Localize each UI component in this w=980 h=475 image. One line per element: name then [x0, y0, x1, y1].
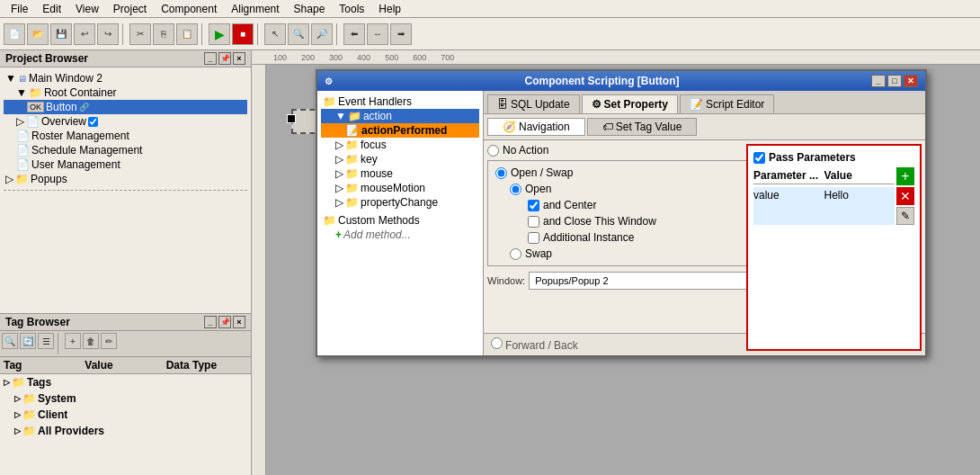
tree-button[interactable]: OK Button 🔗: [4, 100, 247, 114]
tb-new[interactable]: 📄: [4, 23, 25, 45]
tab-label: Set Property: [604, 98, 668, 111]
swap-radio[interactable]: [510, 248, 521, 260]
tag-row-system[interactable]: ▷ 📁 System: [0, 390, 251, 407]
tb-select[interactable]: ↖: [264, 23, 286, 45]
tag-pin-btn[interactable]: 📌: [218, 316, 231, 328]
tb-align-center[interactable]: ↔: [367, 23, 388, 45]
tb-undo[interactable]: ↩: [74, 23, 95, 45]
tree-root-container[interactable]: ▼ 📁 Root Container: [4, 85, 247, 100]
dialog-minimize-btn[interactable]: _: [871, 75, 886, 87]
additional-instance-check[interactable]: [528, 232, 539, 244]
tab-script-editor[interactable]: 📝 Script Editor: [680, 94, 774, 113]
ruler-600: 600: [405, 53, 433, 62]
close-btn[interactable]: ×: [233, 52, 245, 65]
tb-paste[interactable]: 📋: [176, 23, 198, 45]
event-action-performed[interactable]: 📝 actionPerformed: [321, 123, 479, 138]
pin-btn[interactable]: 📌: [218, 52, 231, 65]
menu-edit[interactable]: Edit: [35, 1, 68, 17]
open-radio[interactable]: [510, 184, 521, 195]
expand-icon: ▼: [5, 72, 16, 85]
event-handlers-root[interactable]: 📁 Event Handlers: [321, 94, 479, 109]
col-datatype: Data Type: [166, 359, 247, 372]
tag-delete-btn[interactable]: 🗑: [83, 333, 99, 349]
menu-alignment[interactable]: Alignment: [224, 1, 286, 17]
tab-set-property[interactable]: ⚙ Set Property: [582, 94, 678, 113]
delete-param-btn[interactable]: ✕: [896, 187, 914, 205]
menu-tools[interactable]: Tools: [332, 1, 371, 17]
overview-check[interactable]: [88, 117, 98, 127]
left-panel: Project Browser _ 📌 × ▼ 🖥 Main Window 2 …: [0, 50, 252, 475]
tag-folder-icon: 📁: [22, 408, 36, 421]
event-property-change[interactable]: ▷ 📁 propertyChange: [321, 195, 479, 210]
pass-params-box: Pass Parameters Parameter ... Value +: [746, 144, 922, 351]
menu-component[interactable]: Component: [154, 1, 224, 17]
menu-file[interactable]: File: [4, 1, 35, 17]
dialog-close-btn[interactable]: ✕: [904, 75, 918, 87]
no-action-radio[interactable]: [487, 145, 499, 157]
folder-icon: 📁: [345, 182, 359, 194]
menu-help[interactable]: Help: [371, 1, 408, 17]
tb-zoom-out[interactable]: 🔎: [311, 23, 333, 45]
event-custom-methods[interactable]: 📁 Custom Methods: [321, 213, 479, 228]
event-key[interactable]: ▷ 📁 key: [321, 152, 479, 166]
tb-zoom-in[interactable]: 🔍: [288, 23, 309, 45]
tag-edit-btn[interactable]: ✏: [101, 333, 117, 349]
toolbar: 📄 📂 💾 ↩ ↪ ✂ ⎘ 📋 ▶ ■ ↖ 🔍 🔎 ⬅ ↔ ➡: [0, 18, 980, 50]
tree-main-window[interactable]: ▼ 🖥 Main Window 2: [4, 71, 247, 85]
event-mouse[interactable]: ▷ 📁 mouse: [321, 166, 479, 181]
tree-popups[interactable]: ▷ 📁 Popups: [4, 172, 247, 186]
sep1: [122, 23, 126, 45]
tab-sql-update[interactable]: 🗄 SQL Update: [487, 94, 580, 113]
tb-redo[interactable]: ↪: [97, 23, 119, 45]
event-action[interactable]: ▼ 📁 action: [321, 109, 479, 123]
tb-cut[interactable]: ✂: [129, 23, 151, 45]
and-close-check[interactable]: [528, 216, 539, 228]
dialog-body: 📁 Event Handlers ▼ 📁 action 📝 a: [317, 91, 925, 355]
tag-minimize-btn[interactable]: _: [204, 316, 217, 328]
handle-left[interactable]: [287, 114, 296, 123]
tree-roster[interactable]: 📄 Roster Management: [4, 129, 247, 143]
open-swap-radio[interactable]: [495, 167, 507, 179]
tree-schedule[interactable]: 📄 Schedule Management: [4, 143, 247, 157]
tb-align-right[interactable]: ➡: [390, 23, 412, 45]
event-focus[interactable]: ▷ 📁 focus: [321, 138, 479, 152]
menu-view[interactable]: View: [68, 1, 106, 17]
tag-table-header: Tag Value Data Type: [0, 357, 251, 374]
event-add-method[interactable]: + Add method...: [321, 228, 479, 242]
ruler-700: 700: [433, 53, 461, 62]
add-param-btn[interactable]: +: [896, 167, 914, 185]
tag-row-providers[interactable]: ▷ 📁 All Providers: [0, 423, 251, 439]
tb-save[interactable]: 💾: [50, 23, 72, 45]
menu-shape[interactable]: Shape: [287, 1, 333, 17]
script-tabs: 🗄 SQL Update ⚙ Set Property 📝 Script Edi…: [484, 91, 925, 114]
subtab-navigation[interactable]: 🧭 Navigation: [487, 118, 585, 136]
dialog-maximize-btn[interactable]: □: [887, 75, 902, 87]
subtab-set-tag-value[interactable]: 🏷 Set Tag Value: [587, 118, 698, 136]
project-browser-title: Project Browser: [5, 52, 88, 65]
and-center-check[interactable]: [528, 200, 539, 211]
tag-search-btn[interactable]: 🔍: [2, 333, 18, 349]
tb-play[interactable]: ▶: [209, 23, 230, 45]
tag-add-btn[interactable]: +: [65, 333, 81, 349]
tb-open[interactable]: 📂: [27, 23, 49, 45]
tree-overview[interactable]: ▷ 📄 Overview: [4, 114, 247, 129]
tb-align-left[interactable]: ⬅: [343, 23, 365, 45]
ruler-400: 400: [350, 53, 378, 62]
edit-param-btn[interactable]: ✎: [896, 207, 914, 225]
additional-instance-label: Additional Instance: [543, 231, 634, 244]
minimize-btn[interactable]: _: [204, 52, 217, 65]
tb-stop[interactable]: ■: [232, 23, 254, 45]
subtab-label: Navigation: [519, 121, 570, 133]
pass-params-check[interactable]: [753, 152, 765, 164]
tag-view-btn[interactable]: ☰: [38, 333, 54, 349]
tag-row-client[interactable]: ▷ 📁 Client: [0, 407, 251, 423]
tag-close-btn[interactable]: ×: [233, 316, 245, 328]
tb-copy[interactable]: ⎘: [153, 23, 174, 45]
tag-row-tags[interactable]: ▷ 📁 Tags: [0, 374, 251, 390]
event-mouse-motion[interactable]: ▷ 📁 mouseMotion: [321, 181, 479, 195]
tag-refresh-btn[interactable]: 🔄: [20, 333, 36, 349]
forward-back-radio[interactable]: [491, 337, 503, 349]
menu-project[interactable]: Project: [106, 1, 154, 17]
param-row[interactable]: value Hello: [753, 187, 895, 225]
tree-user[interactable]: 📄 User Management: [4, 157, 247, 172]
